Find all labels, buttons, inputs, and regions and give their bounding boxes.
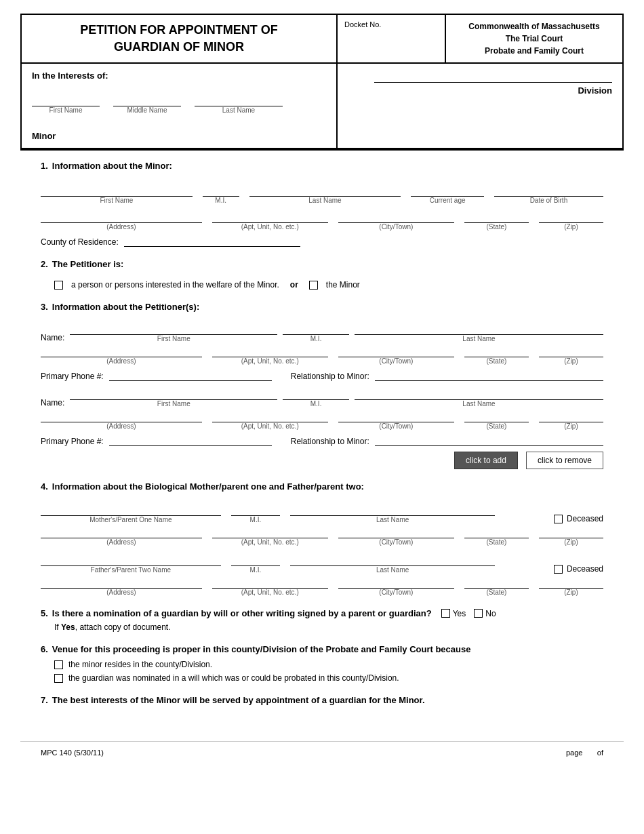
s3-p2-address-label: (Address): [41, 422, 202, 430]
s4-father-last-name-field[interactable]: [290, 554, 495, 566]
s5-yes-wrap[interactable]: Yes: [441, 609, 466, 618]
s3-p2-apt-field[interactable]: [212, 410, 328, 422]
s6-option2-text: the guardian was nominated in a will whi…: [68, 673, 399, 683]
section-2-number: 2.: [41, 259, 48, 269]
s3-p2-mi-label: M.I.: [283, 400, 349, 408]
s1-dob-field[interactable]: [494, 184, 603, 197]
section-3-header: Information about the Petitioner(s):: [52, 302, 199, 312]
s4-mother-last-name-field[interactable]: [290, 504, 495, 516]
s6-option1-text: the minor resides in the county/Division…: [68, 660, 212, 669]
s3-p2-city-field[interactable]: [338, 410, 454, 422]
s3-p1-mi-field[interactable]: [283, 323, 349, 335]
s4-father-mi-field[interactable]: [231, 554, 280, 566]
s1-state-field[interactable]: [464, 211, 529, 223]
s3-p1-state-field[interactable]: [464, 345, 529, 357]
s3-p2-first-name-field[interactable]: [70, 388, 277, 400]
s3-p1-zip-field[interactable]: [539, 345, 603, 357]
s1-address-field[interactable]: [41, 211, 202, 223]
county-label: County of Residence:: [41, 237, 119, 247]
s1-apt-field[interactable]: [212, 211, 328, 223]
s6-option2-checkbox[interactable]: [54, 674, 63, 683]
division-label: Division: [348, 85, 612, 96]
court-section: Commonwealth of Massachusetts The Trial …: [446, 15, 622, 62]
s3-p2-mi-field[interactable]: [283, 388, 349, 400]
s1-last-name-label: Last Name: [249, 197, 401, 204]
s4-father-state-field[interactable]: [464, 576, 529, 589]
first-name-field[interactable]: [32, 94, 100, 106]
middle-name-field[interactable]: [113, 94, 181, 106]
s3-p2-zip-field[interactable]: [539, 410, 603, 422]
petitioner-checkbox-1-wrap[interactable]: [54, 281, 63, 290]
last-name-field[interactable]: [195, 94, 283, 106]
petitioner-option2: the Minor: [326, 280, 360, 290]
s4-mother-city-label: (City/Town): [338, 538, 454, 546]
section-7: 7. The best interests of the Minor will …: [41, 695, 603, 705]
s1-last-name-field[interactable]: [249, 184, 401, 197]
s3-p1-last-name-field[interactable]: [355, 323, 603, 335]
s4-mother-state-field[interactable]: [464, 526, 529, 538]
s5-no-wrap[interactable]: No: [474, 609, 496, 618]
s3-p1-zip-label: (Zip): [539, 357, 603, 365]
s4-mother-name-field[interactable]: [41, 504, 221, 516]
s4-mother-city-field[interactable]: [338, 526, 454, 538]
section-1: 1. Information about the Minor: First Na…: [41, 161, 603, 247]
s3-p1-last-name-label: Last Name: [355, 335, 603, 342]
s3-p1-city-field[interactable]: [338, 345, 454, 357]
s3-p1-address-field[interactable]: [41, 345, 202, 357]
section-2-header: The Petitioner is:: [52, 259, 123, 269]
s4-mother-zip-field[interactable]: [539, 526, 603, 538]
s3-p1-apt-field[interactable]: [212, 345, 328, 357]
petitioner-checkbox-2[interactable]: [309, 281, 318, 290]
remove-petitioner-button[interactable]: click to remove: [526, 452, 603, 469]
s1-city-label: (City/Town): [338, 223, 454, 231]
father-deceased-checkbox[interactable]: [554, 565, 563, 574]
s1-first-name-field[interactable]: [41, 184, 193, 197]
s3-p2-address-field[interactable]: [41, 410, 202, 422]
father-deceased-label: Deceased: [567, 564, 603, 574]
mother-deceased-checkbox[interactable]: [554, 515, 563, 523]
s4-father-zip-field[interactable]: [539, 576, 603, 589]
s3-p2-state-field[interactable]: [464, 410, 529, 422]
section-3: 3. Information about the Petitioner(s): …: [41, 302, 603, 469]
s4-father-address-field[interactable]: [41, 576, 202, 589]
s4-father-name-field[interactable]: [41, 554, 221, 566]
s4-father-mi-label: M.I.: [231, 566, 280, 574]
s1-age-field[interactable]: [411, 184, 483, 197]
s3-p1-first-name-field[interactable]: [70, 323, 277, 335]
first-name-label: First Name: [49, 106, 83, 114]
s3-p1-apt-label: (Apt, Unit, No. etc.): [212, 357, 328, 365]
add-remove-buttons: click to add click to remove: [41, 452, 603, 469]
s1-state-label: (State): [464, 223, 529, 231]
s3-p1-relationship-field[interactable]: [375, 369, 603, 381]
s3-relationship-label-1: Relationship to Minor:: [291, 372, 369, 381]
s1-city-field[interactable]: [338, 211, 454, 223]
s3-p2-last-name-field[interactable]: [355, 388, 603, 400]
s1-mi-field[interactable]: [203, 184, 239, 197]
petitioner-checkbox-1[interactable]: [54, 281, 63, 290]
s4-mother-address-field[interactable]: [41, 526, 202, 538]
section-3-number: 3.: [41, 302, 48, 312]
s5-no-checkbox[interactable]: [474, 609, 483, 618]
s4-father-apt-field[interactable]: [212, 576, 328, 589]
s4-father-state-label: (State): [464, 589, 529, 596]
s3-p2-apt-label: (Apt, Unit, No. etc.): [212, 422, 328, 430]
minor-label: Minor: [32, 131, 326, 141]
s5-yes-checkbox[interactable]: [441, 609, 450, 618]
s3-p2-phone-field[interactable]: [109, 434, 272, 446]
s1-zip-field[interactable]: [539, 211, 603, 223]
s4-mother-mi-field[interactable]: [231, 504, 280, 516]
s1-age-label: Current age: [411, 197, 483, 204]
s4-mother-apt-field[interactable]: [212, 526, 328, 538]
s5-attach-text: If Yes, attach copy of document.: [41, 622, 603, 632]
s3-name-label-1: Name:: [41, 333, 64, 342]
s3-p1-phone-field[interactable]: [109, 369, 272, 381]
section-7-header: The best interests of the Minor will be …: [52, 695, 425, 705]
petitioner-checkbox-2-wrap[interactable]: [309, 281, 318, 290]
s4-mother-last-name-label: Last Name: [290, 516, 495, 523]
s4-father-city-field[interactable]: [338, 576, 454, 589]
s3-p2-relationship-field[interactable]: [375, 434, 603, 446]
add-petitioner-button[interactable]: click to add: [454, 452, 518, 469]
s6-option1-checkbox[interactable]: [54, 660, 63, 669]
s1-county-field[interactable]: [124, 235, 300, 247]
s4-mother-zip-label: (Zip): [539, 538, 603, 546]
